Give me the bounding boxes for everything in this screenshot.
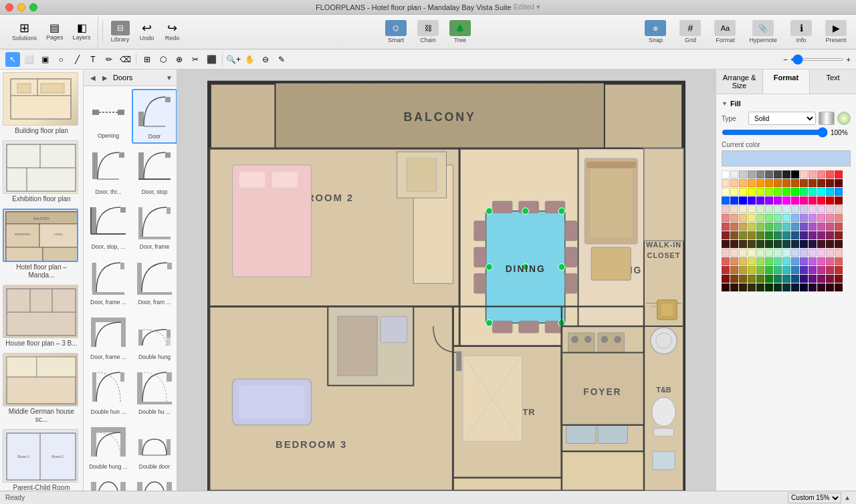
select-tool[interactable]: ↖ bbox=[5, 52, 20, 67]
tab-format[interactable]: Format bbox=[763, 70, 810, 94]
lib-item-door-stop2[interactable]: Door, stop, ... bbox=[86, 200, 130, 253]
color-r10-10[interactable] bbox=[800, 249, 808, 257]
color-r12-4[interactable] bbox=[748, 266, 756, 274]
color-r9-7[interactable] bbox=[774, 240, 782, 248]
color-lightyellow[interactable] bbox=[722, 188, 730, 196]
color-r8-3[interactable] bbox=[739, 231, 747, 239]
color-r7-14[interactable] bbox=[835, 223, 843, 231]
pen-tool[interactable]: ✏ bbox=[102, 52, 116, 67]
color-r12-3[interactable] bbox=[739, 266, 747, 274]
color-pink[interactable] bbox=[809, 197, 817, 205]
color-r11-14[interactable] bbox=[835, 257, 843, 265]
color-wheel-icon[interactable] bbox=[837, 112, 851, 125]
crop-tool[interactable]: ✂ bbox=[188, 52, 203, 67]
color-r7-7[interactable] bbox=[774, 223, 782, 231]
color-r8-6[interactable] bbox=[765, 231, 773, 239]
color-r13-11[interactable] bbox=[809, 275, 817, 283]
color-r11-8[interactable] bbox=[782, 257, 790, 265]
color-brown-orange[interactable] bbox=[782, 179, 790, 187]
color-magenta[interactable] bbox=[774, 197, 782, 205]
color-r13-13[interactable] bbox=[826, 275, 834, 283]
color-r6-6[interactable] bbox=[765, 214, 773, 222]
color-r11-6[interactable] bbox=[765, 257, 773, 265]
color-r14-11[interactable] bbox=[809, 283, 817, 291]
page-thumb-3[interactable]: BALCONY BEDROOM 2 LIVING Hotel floor pla… bbox=[3, 209, 80, 279]
lib-item-door-stop[interactable]: Door, stop bbox=[132, 145, 177, 199]
color-r11-5[interactable] bbox=[756, 257, 764, 265]
color-r14-1[interactable] bbox=[722, 283, 730, 291]
color-r8-13[interactable] bbox=[826, 231, 834, 239]
color-hot-pink[interactable] bbox=[791, 197, 799, 205]
pencil-tool[interactable]: ✎ bbox=[274, 52, 289, 67]
group-tool[interactable]: ▣ bbox=[37, 52, 52, 67]
color-deep-orange[interactable] bbox=[756, 179, 764, 187]
color-r7-10[interactable] bbox=[800, 223, 808, 231]
color-r14-13[interactable] bbox=[826, 283, 834, 291]
color-darkgray1[interactable] bbox=[774, 170, 782, 178]
tree-tool[interactable]: 🌲 Tree bbox=[449, 20, 471, 43]
color-r5-7[interactable] bbox=[774, 205, 782, 213]
color-r6-11[interactable] bbox=[809, 214, 817, 222]
color-blue-dark[interactable] bbox=[730, 197, 738, 205]
edited-indicator[interactable]: Edited ▾ bbox=[514, 3, 540, 11]
color-r14-4[interactable] bbox=[748, 283, 756, 291]
color-r8-1[interactable] bbox=[722, 231, 730, 239]
color-r14-14[interactable] bbox=[835, 283, 843, 291]
circle-tool[interactable]: ○ bbox=[54, 52, 68, 67]
color-r11-1[interactable] bbox=[722, 257, 730, 265]
color-r9-5[interactable] bbox=[756, 240, 764, 248]
color-r9-2[interactable] bbox=[730, 240, 738, 248]
color-r13-12[interactable] bbox=[817, 275, 825, 283]
zoom-slider[interactable] bbox=[790, 58, 844, 61]
color-r5-14[interactable] bbox=[835, 205, 843, 213]
color-r5-12[interactable] bbox=[817, 205, 825, 213]
page-thumb-4[interactable]: House floor plan – 3 B... bbox=[3, 285, 80, 348]
color-r5-10[interactable] bbox=[800, 205, 808, 213]
color-purple[interactable] bbox=[765, 197, 773, 205]
color-r12-6[interactable] bbox=[765, 266, 773, 274]
color-r7-6[interactable] bbox=[765, 223, 773, 231]
color-r8-7[interactable] bbox=[774, 231, 782, 239]
color-r13-5[interactable] bbox=[756, 275, 764, 283]
color-gray3[interactable] bbox=[756, 170, 764, 178]
color-white[interactable] bbox=[722, 170, 730, 178]
zoom-plus[interactable]: + bbox=[847, 55, 851, 64]
zoom-select[interactable]: Custom 15% 25% 50% 75% 100% bbox=[788, 493, 841, 503]
color-r10-5[interactable] bbox=[756, 249, 764, 257]
color-r6-10[interactable] bbox=[800, 214, 808, 222]
color-crimson[interactable] bbox=[826, 197, 834, 205]
color-pure-blue[interactable] bbox=[739, 197, 747, 205]
lib-item-double-hu3[interactable]: Double hu ... bbox=[132, 365, 177, 418]
lib-item-double-hung[interactable]: Double hung bbox=[132, 310, 177, 364]
canvas-area[interactable]: BALCONY BEDROOM 2 bbox=[177, 70, 716, 504]
color-r12-12[interactable] bbox=[817, 266, 825, 274]
color-black[interactable] bbox=[791, 170, 799, 178]
color-r5-13[interactable] bbox=[826, 205, 834, 213]
color-r6-8[interactable] bbox=[782, 214, 790, 222]
color-r7-2[interactable] bbox=[730, 223, 738, 231]
color-chartreuse[interactable] bbox=[765, 188, 773, 196]
forward-arrow[interactable]: ▶ bbox=[100, 72, 110, 83]
color-lightgray1[interactable] bbox=[730, 170, 738, 178]
page-thumb-5[interactable]: Middle German house sc... bbox=[3, 353, 80, 424]
color-r7-1[interactable] bbox=[722, 223, 730, 231]
color-r8-12[interactable] bbox=[817, 231, 825, 239]
maximize-button[interactable] bbox=[29, 3, 37, 11]
lib-item-door-frame2[interactable]: Door, frame ... bbox=[86, 255, 130, 309]
chain-tool[interactable]: ⛓ Chain bbox=[417, 20, 439, 43]
text-tool[interactable]: T bbox=[86, 52, 100, 67]
color-r10-6[interactable] bbox=[765, 249, 773, 257]
page-thumb-2[interactable]: Exhibition floor plan bbox=[3, 140, 80, 203]
color-r14-6[interactable] bbox=[765, 283, 773, 291]
format-button[interactable]: Aa Format bbox=[710, 19, 740, 45]
color-r7-3[interactable] bbox=[739, 223, 747, 231]
hypernote-button[interactable]: 📎 Hypernote bbox=[745, 19, 781, 45]
color-green-med[interactable] bbox=[782, 188, 790, 196]
color-r11-13[interactable] bbox=[826, 257, 834, 265]
color-r12-8[interactable] bbox=[782, 266, 790, 274]
color-r6-5[interactable] bbox=[756, 214, 764, 222]
tab-arrange-size[interactable]: Arrange & Size bbox=[716, 70, 763, 94]
color-r11-2[interactable] bbox=[730, 257, 738, 265]
color-r11-3[interactable] bbox=[739, 257, 747, 265]
color-darkest-brown[interactable] bbox=[817, 179, 825, 187]
